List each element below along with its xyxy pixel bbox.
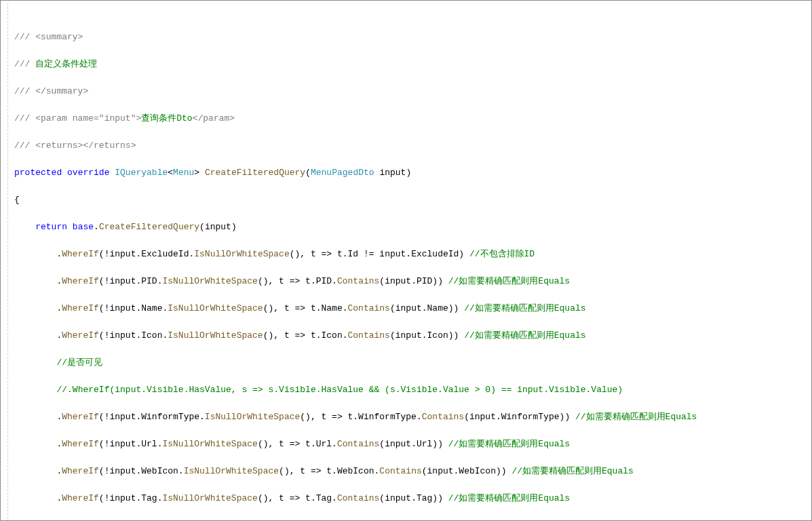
code-line: {	[14, 193, 811, 207]
code-line: //是否可见	[14, 356, 811, 370]
code-line: .WhereIf(!input.Icon.IsNullOrWhiteSpace(…	[14, 329, 811, 343]
code-line: //.WhereIf(input.Visible.HasValue, s => …	[14, 383, 811, 397]
code-line: /// <returns></returns>	[14, 139, 811, 153]
code-line: protected override IQueryable<Menu> Crea…	[14, 166, 811, 180]
code-line: return base.CreateFilteredQuery(input)	[14, 220, 811, 234]
code-line: /// <summary>	[14, 31, 811, 44]
code-line: /// <param name="input">查询条件Dto</param>	[14, 112, 811, 126]
code-line: .WhereIf(!input.Tag.IsNullOrWhiteSpace()…	[14, 492, 811, 505]
code-line: .WhereIf(!input.WinformType.IsNullOrWhit…	[14, 410, 811, 424]
code-editor[interactable]: /// <summary> /// 自定义条件处理 /// </summary>…	[3, 3, 811, 521]
code-line: .WhereIf(!input.ExcludeId.IsNullOrWhiteS…	[14, 248, 811, 261]
code-line: .WhereIf(!input.Name.IsNullOrWhiteSpace(…	[14, 302, 811, 315]
code-line: .WhereIf(!input.PID.IsNullOrWhiteSpace()…	[14, 275, 811, 288]
code-line: /// </summary>	[14, 85, 811, 98]
code-line: .WhereIf(!input.Url.IsNullOrWhiteSpace()…	[14, 438, 811, 451]
indent-guide	[7, 3, 8, 521]
code-line: /// 自定义条件处理	[14, 58, 811, 71]
code-line: .WhereIf(!input.WebIcon.IsNullOrWhiteSpa…	[14, 465, 811, 478]
